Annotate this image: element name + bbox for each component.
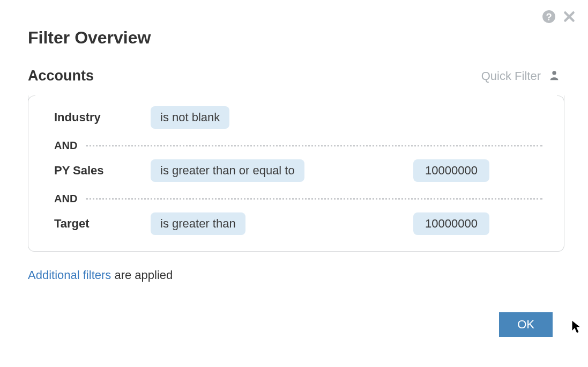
and-separator: AND <box>54 140 542 152</box>
additional-filters-link[interactable]: Additional filters <box>28 268 111 282</box>
field-label-industry: Industry <box>54 111 151 124</box>
section-title: Accounts <box>28 68 94 84</box>
filter-row: Industry is not blank <box>54 105 542 130</box>
field-label-pysales: PY Sales <box>54 164 151 178</box>
separator-line <box>86 145 542 146</box>
value-chip[interactable]: 10000000 <box>413 212 489 235</box>
operator-chip[interactable]: is not blank <box>151 106 229 129</box>
help-icon[interactable]: ? <box>542 10 556 24</box>
additional-filters-note: Additional filters are applied <box>28 268 173 282</box>
value-chip[interactable]: 10000000 <box>413 159 489 182</box>
operator-chip[interactable]: is greater than or equal to <box>151 159 304 182</box>
svg-text:?: ? <box>546 11 552 23</box>
dialog-title: Filter Overview <box>28 28 151 48</box>
ok-button[interactable]: OK <box>499 312 553 337</box>
svg-point-4 <box>552 71 556 75</box>
filter-conditions-box: Industry is not blank AND PY Sales is gr… <box>28 96 564 252</box>
and-label: AND <box>54 193 86 205</box>
additional-filters-suffix: are applied <box>111 268 173 282</box>
and-label: AND <box>54 140 86 152</box>
mouse-cursor-icon <box>571 320 583 335</box>
field-label-target: Target <box>54 217 151 231</box>
user-icon[interactable] <box>548 69 560 83</box>
operator-chip[interactable]: is greater than <box>151 212 245 235</box>
separator-line <box>86 198 542 200</box>
quick-filter-label[interactable]: Quick Filter <box>481 69 541 83</box>
close-icon[interactable] <box>562 10 576 24</box>
filter-row: PY Sales is greater than or equal to 100… <box>54 158 542 183</box>
filter-row: Target is greater than 10000000 <box>54 211 542 236</box>
and-separator: AND <box>54 193 542 205</box>
